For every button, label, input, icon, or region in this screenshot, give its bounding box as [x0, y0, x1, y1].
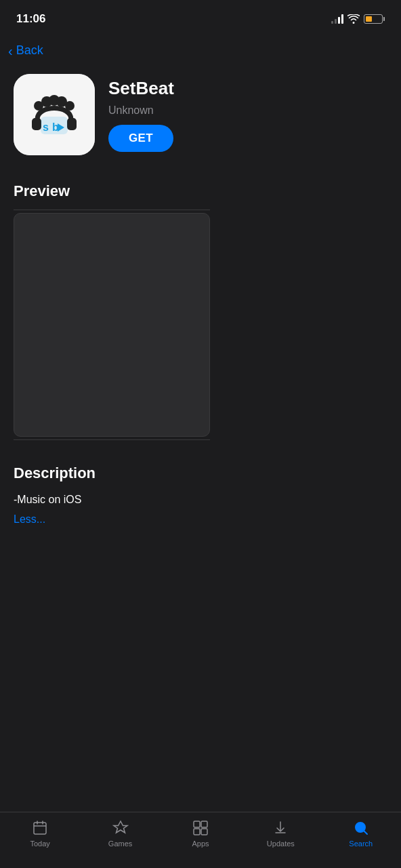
svg-rect-11	[34, 823, 46, 834]
app-header: s b SetBeat Unknown GET	[0, 63, 401, 169]
tab-apps[interactable]: Apps	[177, 819, 224, 848]
status-icons	[331, 14, 385, 24]
battery-icon	[364, 14, 385, 24]
games-icon	[112, 819, 129, 837]
description-text: -Music on iOS	[14, 492, 387, 508]
app-info: SetBeat Unknown GET	[108, 78, 174, 152]
back-chevron-icon: ‹	[8, 44, 13, 58]
preview-top-line	[14, 210, 210, 210]
status-time: 11:06	[16, 12, 45, 26]
preview-bottom-line	[14, 439, 210, 440]
app-developer: Unknown	[108, 104, 174, 117]
svg-rect-12	[194, 821, 200, 827]
app-name: SetBeat	[108, 78, 174, 99]
svg-point-6	[65, 101, 75, 111]
app-icon: s b	[14, 74, 95, 155]
svg-rect-13	[201, 821, 207, 827]
preview-section: Preview	[0, 169, 401, 451]
search-icon	[352, 819, 370, 837]
description-section: Description -Music on iOS Less...	[0, 451, 401, 532]
svg-rect-0	[32, 118, 41, 130]
preview-container[interactable]	[14, 213, 387, 437]
back-label: Back	[16, 43, 43, 58]
tab-today[interactable]: Today	[16, 819, 64, 848]
today-icon	[31, 819, 49, 837]
apps-icon	[192, 819, 209, 837]
tab-games[interactable]: Games	[97, 819, 144, 848]
status-bar: 11:06	[0, 0, 401, 34]
updates-icon	[272, 819, 289, 837]
tab-updates-label: Updates	[267, 840, 295, 848]
svg-rect-15	[201, 829, 207, 835]
tab-search[interactable]: Search	[337, 819, 385, 848]
back-button[interactable]: ‹ Back	[0, 38, 401, 63]
tab-search-label: Search	[349, 840, 373, 848]
tab-updates[interactable]: Updates	[257, 819, 304, 848]
preview-title: Preview	[14, 182, 387, 200]
tab-today-label: Today	[30, 840, 50, 848]
tab-bar: Today Games Apps Updates	[0, 812, 401, 868]
svg-rect-14	[194, 829, 200, 835]
get-button[interactable]: GET	[108, 125, 173, 152]
wifi-icon	[347, 14, 360, 24]
svg-text:s: s	[43, 121, 49, 133]
less-link[interactable]: Less...	[14, 513, 45, 526]
preview-screenshot-1	[14, 213, 210, 437]
signal-icon	[331, 14, 343, 24]
tab-apps-label: Apps	[192, 840, 209, 848]
svg-rect-1	[67, 118, 77, 130]
description-title: Description	[14, 465, 387, 482]
tab-games-label: Games	[108, 840, 132, 848]
